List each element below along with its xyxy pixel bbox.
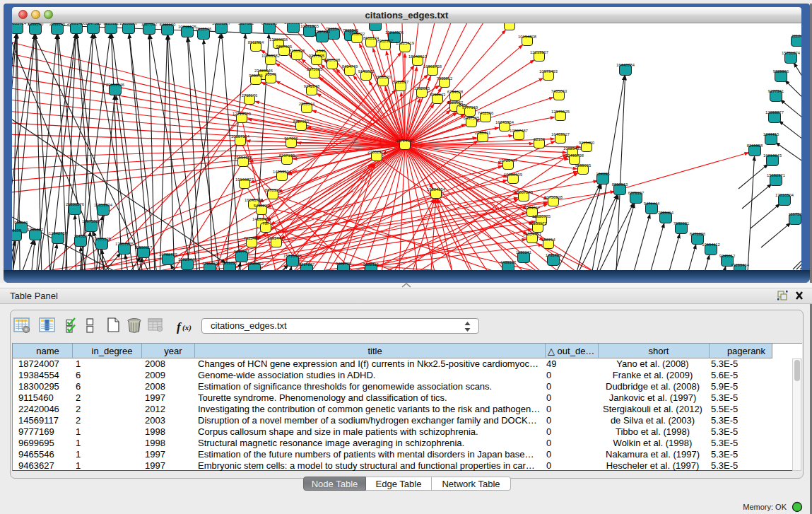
svg-text:16033809: 16033809 (284, 23, 302, 25)
svg-text:16914479: 16914479 (267, 236, 286, 240)
svg-text:9242848: 9242848 (304, 84, 320, 88)
svg-text:23002373: 23002373 (367, 150, 386, 154)
svg-text:7485063: 7485063 (551, 89, 567, 93)
svg-text:19166827: 19166827 (235, 177, 254, 182)
svg-text:8958913: 8958913 (612, 182, 628, 187)
svg-text:15692971: 15692971 (767, 173, 785, 177)
svg-text:9146821: 9146821 (358, 69, 375, 74)
svg-text:9135112: 9135112 (103, 23, 119, 25)
svg-text:917006: 917006 (284, 136, 298, 141)
svg-text:8427552: 8427552 (293, 119, 310, 124)
svg-text:3375685: 3375685 (307, 67, 323, 71)
svg-text:(x): (x) (182, 323, 192, 332)
svg-text:12213967: 12213967 (530, 50, 548, 54)
svg-text:29053346: 29053346 (106, 83, 124, 87)
svg-text:252214: 252214 (541, 238, 555, 242)
svg-text:4439167: 4439167 (500, 260, 517, 264)
svg-text:114519: 114519 (74, 234, 88, 238)
svg-text:16782759: 16782759 (159, 252, 177, 257)
svg-text:15720407: 15720407 (499, 158, 517, 163)
svg-text:12213369: 12213369 (233, 112, 251, 116)
svg-text:2036441: 2036441 (475, 131, 491, 135)
svg-text:10543382: 10543382 (261, 54, 280, 58)
svg-text:10107554: 10107554 (231, 134, 250, 139)
svg-text:10154808: 10154808 (518, 35, 536, 39)
svg-text:9657791: 9657791 (234, 250, 250, 254)
svg-text:23495798: 23495798 (565, 153, 584, 158)
svg-text:8186328: 8186328 (289, 49, 305, 53)
svg-text:1839221: 1839221 (222, 261, 238, 265)
svg-text:164095: 164095 (596, 172, 609, 176)
svg-text:7625402: 7625402 (244, 236, 260, 240)
svg-text:2935114: 2935114 (658, 211, 674, 215)
svg-text:1362635: 1362635 (414, 86, 430, 90)
svg-text:757: 757 (262, 221, 269, 226)
svg-text:1244415: 1244415 (763, 132, 779, 136)
svg-text:9699695: 9699695 (575, 163, 592, 168)
svg-text:1215682: 1215682 (28, 228, 44, 232)
svg-text:1527602: 1527602 (141, 23, 158, 26)
svg-text:5498222: 5498222 (254, 204, 270, 208)
svg-text:10807487: 10807487 (510, 129, 528, 133)
svg-text:8489709: 8489709 (336, 262, 352, 266)
svg-text:16448784: 16448784 (616, 63, 635, 67)
svg-text:2803144: 2803144 (299, 102, 315, 106)
svg-text:9277341: 9277341 (768, 89, 784, 93)
svg-text:6466160: 6466160 (160, 23, 176, 27)
svg-text:7515546: 7515546 (196, 27, 212, 31)
svg-text:10228452: 10228452 (245, 262, 264, 266)
svg-text:989076: 989076 (249, 74, 262, 78)
svg-text:8215958: 8215958 (747, 144, 763, 148)
svg-text:14353594: 14353594 (273, 170, 292, 174)
svg-text:17016504: 17016504 (775, 193, 794, 197)
svg-text:19299464: 19299464 (731, 263, 750, 267)
svg-text:13325419: 13325419 (396, 41, 414, 45)
svg-text:1546: 1546 (317, 49, 326, 53)
svg-text:7357224: 7357224 (314, 30, 331, 34)
svg-text:15218506: 15218506 (385, 30, 404, 35)
svg-text:1347582: 1347582 (86, 23, 102, 25)
svg-text:10756928: 10756928 (544, 195, 563, 199)
svg-text:62160: 62160 (534, 137, 545, 141)
svg-text:9474444: 9474444 (644, 201, 660, 206)
svg-text:13524451: 13524451 (523, 232, 541, 236)
svg-text:10046: 10046 (265, 72, 276, 76)
svg-text:16463627: 16463627 (551, 132, 570, 136)
svg-text:8878334: 8878334 (265, 188, 281, 192)
svg-text:10654112: 10654112 (702, 243, 719, 247)
svg-text:19654935: 19654935 (234, 156, 252, 160)
svg-text:8912954: 8912954 (248, 40, 264, 45)
svg-text:9329966: 9329966 (773, 69, 789, 74)
svg-text:13226058: 13226058 (269, 37, 288, 42)
svg-text:5682115: 5682115 (363, 262, 379, 267)
svg-text:116753: 116753 (789, 212, 801, 216)
svg-text:16961758: 16961758 (423, 64, 442, 69)
svg-text:12975125: 12975125 (551, 110, 570, 114)
svg-text:6466160: 6466160 (261, 23, 278, 25)
svg-text:10553287: 10553287 (212, 23, 230, 25)
svg-text:9217207: 9217207 (299, 262, 315, 267)
svg-text:10719135: 10719135 (178, 25, 196, 29)
svg-text:1733426: 1733426 (546, 253, 562, 257)
svg-text:7955812: 7955812 (437, 76, 453, 81)
svg-text:12823448: 12823448 (178, 257, 196, 262)
svg-text:11958117: 11958117 (135, 245, 153, 250)
svg-text:16151172: 16151172 (529, 221, 546, 226)
svg-text:11124: 11124 (792, 34, 801, 38)
svg-text:10973493: 10973493 (539, 69, 558, 74)
svg-text:15751074: 15751074 (782, 51, 801, 55)
svg-text:19384554: 19384554 (427, 187, 446, 192)
svg-text:1527602: 1527602 (238, 23, 254, 25)
svg-text:16245354: 16245354 (495, 120, 514, 124)
svg-text:f: f (177, 320, 182, 334)
svg-text:39159: 39159 (12, 228, 21, 233)
svg-text:1588520: 1588520 (375, 75, 392, 79)
svg-text:9384067: 9384067 (524, 206, 541, 210)
svg-text:9245012: 9245012 (719, 254, 736, 258)
svg-text:10553287: 10553287 (119, 23, 138, 25)
svg-text:5322037: 5322037 (393, 80, 409, 84)
svg-text:16210043: 16210043 (763, 153, 782, 158)
svg-text:18807249: 18807249 (514, 190, 533, 194)
svg-text:20206576: 20206576 (66, 202, 84, 206)
svg-text:4735650: 4735650 (202, 262, 218, 266)
